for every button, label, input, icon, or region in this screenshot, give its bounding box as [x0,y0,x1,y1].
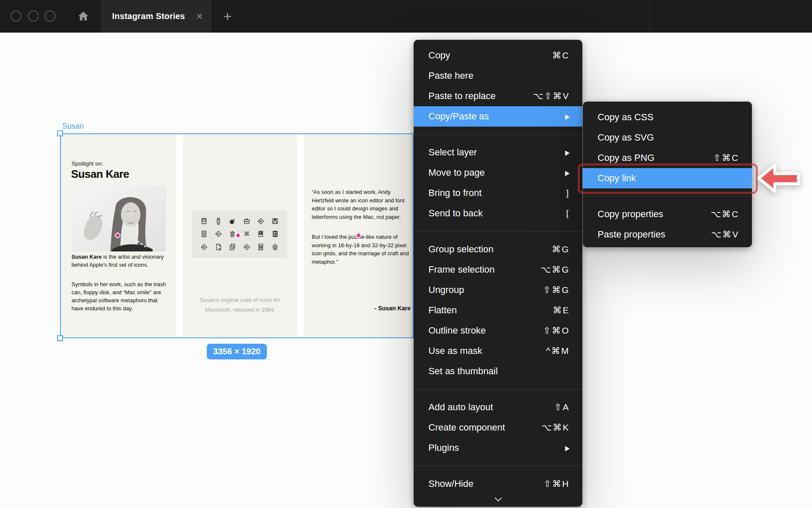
chevron-down-icon [494,494,502,502]
selection-handle-top-left[interactable] [57,130,63,136]
spotlight-title: Susan Kare [71,168,129,181]
menu-item-move-to-page[interactable]: Move to page▶ [414,163,582,183]
stamp-diagonal-icon [243,243,250,251]
window-control-close-button[interactable] [11,11,22,22]
menu-item-label: Select layer [428,147,565,158]
dimensions-badge: 3356 × 1920 [207,344,267,359]
menu-item-copy-as-png[interactable]: Copy as PNG⇧⌘C [583,148,752,168]
new-tab-button[interactable]: + [219,0,236,33]
menu-item-shortcut: ^⌘M [546,346,570,356]
menu-item-group-selection[interactable]: Group selection⌘G [414,239,582,260]
mac-small-icon [257,230,264,237]
menu-item-label: Send to back [428,208,566,219]
menu-item-shortcut: ⌥⌘C [710,209,739,219]
menu-item-shortcut: ⌥⌘V [711,229,739,240]
menu-separator [414,389,582,389]
menu-item-label: Copy as PNG [598,152,713,163]
menu-item-outline-stroke[interactable]: Outline stroke⇧⌘O [414,320,582,341]
menu-item-label: Copy properties [598,209,710,220]
menu-item-paste-to-replace[interactable]: Paste to replace⌥⇧⌘V [414,86,582,106]
menu-separator [414,134,582,135]
menu-item-label: Plugins [428,442,565,453]
menu-item-shortcut: ⌘E [553,305,570,315]
submenu-arrow-icon: ▶ [565,149,570,156]
briefcase-icon [243,218,250,225]
menu-item-ungroup[interactable]: Ungroup⇧⌘G [414,280,582,300]
menu-item-bring-to-front[interactable]: Bring to front] [414,183,582,203]
home-icon [77,10,89,22]
menu-item-label: Bring to front [428,188,566,199]
menu-item-label: Move to page [428,167,565,178]
menu-item-paste-properties[interactable]: Paste properties⌥⌘V [583,224,752,245]
menu-item-shortcut: ⌥⌘K [541,422,570,433]
stamp-diagonal-icon [257,218,264,225]
spotlight-body-text: Susan Kare is the artist and visionary b… [71,253,168,312]
titlebar-divider [650,0,650,33]
menu-scroll-more-button[interactable] [414,494,582,504]
menu-item-frame-selection[interactable]: Frame selection⌥⌘G [414,260,582,280]
menu-item-copy[interactable]: Copy⌘C [414,45,582,66]
menu-item-shortcut: ⌥⌘G [540,265,570,275]
tab-instagram-stories[interactable]: Instagram Stories ✕ [101,0,211,33]
menu-item-shortcut: ⌘C [552,50,570,61]
menu-item-shortcut: ⌘G [552,244,570,254]
menu-item-label: Copy as SVG [598,132,739,143]
stamp-diagonal-icon [215,230,222,237]
document-text-icon [200,230,208,237]
menu-item-plugins[interactable]: Plugins▶ [414,438,582,458]
tab-title: Instagram Stories [112,11,185,21]
document-grid-icon [257,243,264,251]
dark-app-icon [272,230,279,237]
bold-lead: Susan Kare [71,254,102,260]
menu-item-flatten[interactable]: Flatten⌘E [414,300,582,320]
menu-item-shortcut: ⌥⇧⌘V [533,91,570,101]
menu-separator [414,231,582,232]
spotlight-eyebrow: Spotlight on: [71,160,103,167]
susan-kare-photo [71,186,166,251]
window-control-minimize-button[interactable] [28,11,39,22]
menu-item-set-as-thumbnail[interactable]: Set as thumbnail [414,361,582,381]
menu-item-copy-properties[interactable]: Copy properties⌥⌘C [583,204,752,224]
menu-item-label: Create component [428,422,541,433]
window-control-expand-button[interactable] [44,11,55,22]
menu-item-show-hide[interactable]: Show/Hide⇧⌘H [414,474,582,494]
menu-item-shortcut: [ [566,208,570,218]
context-menu: Copy⌘CPaste herePaste to replace⌥⇧⌘VCopy… [414,40,582,507]
menu-item-label: Group selection [428,244,552,255]
menu-item-label: Outline stroke [428,325,543,336]
menu-item-label: Copy as CSS [598,112,739,123]
menu-item-send-to-back[interactable]: Send to back[ [414,203,582,224]
menu-item-copy-as-css[interactable]: Copy as CSS [583,107,752,127]
floppy-disk-icon [272,218,279,225]
menu-item-label: Flatten [428,305,553,316]
home-button[interactable] [77,9,90,23]
stamp-diagonal-icon [200,243,208,251]
menu-item-copy-link[interactable]: Copy link [583,168,752,188]
frame-name-label[interactable]: Susan [62,122,84,131]
menu-item-label: Set as thumbnail [428,366,570,377]
selection-handle-bottom-left[interactable] [57,335,63,341]
figma-app-window: Instagram Stories ✕ + Susan Spotlight on… [0,0,812,508]
paint-hatch-icon [272,243,279,251]
menu-item-copy-as-svg[interactable]: Copy as SVG [583,127,752,148]
tab-close-icon[interactable]: ✕ [196,12,203,21]
menu-item-select-layer[interactable]: Select layer▶ [414,142,582,163]
menu-item-create-component[interactable]: Create component⌥⌘K [414,417,582,438]
menu-item-shortcut: ⇧A [554,402,570,412]
menu-separator [414,466,582,466]
submenu-arrow-icon: ▶ [565,169,570,177]
mac-classic-icon [200,218,208,225]
menu-item-use-as-mask[interactable]: Use as mask^⌘M [414,341,582,361]
menu-item-paste-here[interactable]: Paste here [414,66,582,86]
menu-item-label: Show/Hide [428,478,544,489]
quote-attribution: - Susan Kare [374,305,411,312]
menu-item-shortcut: ] [566,188,570,198]
icons-caption: Susan’s original suite of icons for Maci… [182,295,298,315]
command-key-icon: ⌘ [243,230,250,237]
menu-item-copy-paste-as[interactable]: Copy/Paste as▶ [414,106,582,127]
submenu-arrow-icon: ▶ [565,444,570,452]
menu-item-label: Paste properties [598,229,711,240]
menu-item-add-auto-layout[interactable]: Add auto layout⇧A [414,397,582,417]
document-fold-icon [215,243,222,251]
plus-icon: + [223,8,232,25]
